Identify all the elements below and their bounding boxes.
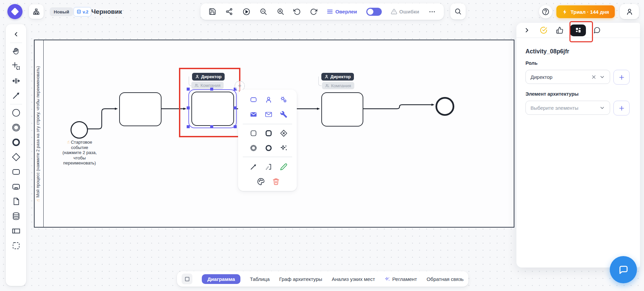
task-1[interactable] [119, 92, 162, 126]
color-picker-button[interactable] [255, 176, 267, 188]
main-toolbar: Оверлеи Ошибки [200, 3, 444, 20]
overlays-toggle[interactable] [366, 8, 382, 16]
people-icon [325, 84, 329, 88]
create-group-tool[interactable] [9, 238, 24, 253]
redo-button[interactable] [310, 8, 317, 15]
support-chat-button[interactable] [610, 256, 637, 283]
overlays-menu[interactable]: Оверлеи [327, 8, 357, 15]
end-event[interactable] [435, 97, 454, 116]
tab-validation[interactable] [538, 25, 549, 36]
collapse-panel-button[interactable] [521, 25, 533, 36]
trial-button[interactable]: Триал · 144 дня [556, 5, 615, 18]
tab-bottleneck-analysis[interactable]: Анализ узких мест [332, 276, 375, 282]
create-end-event-tool[interactable] [9, 135, 24, 150]
zoom-out-icon [260, 8, 267, 15]
create-data-store-tool[interactable] [9, 209, 24, 224]
zoom-out-button[interactable] [260, 8, 267, 15]
replace-with-task-button[interactable] [247, 127, 260, 139]
redo-icon [310, 8, 317, 15]
tab-comments[interactable] [591, 25, 603, 36]
lasso-tool[interactable] [9, 59, 24, 74]
role-select[interactable]: Директор [525, 70, 610, 84]
chevron-down-icon[interactable] [599, 74, 605, 80]
sitemap-icon [33, 8, 40, 15]
document-title[interactable]: Черновик [91, 8, 122, 15]
clear-icon[interactable] [591, 74, 597, 80]
version-badge[interactable]: v.2 [74, 7, 91, 16]
change-to-service-task-button[interactable] [278, 94, 290, 106]
start-event[interactable] [71, 121, 88, 139]
bpmn-editor-app: ☝ Мой процесс (нажмите 2 раза на эту стр… [0, 0, 644, 291]
panel-layout-button[interactable] [182, 274, 192, 284]
ai-suggest-button[interactable] [278, 142, 290, 154]
chevron-right-icon [524, 27, 530, 33]
diagram-list-button[interactable] [29, 4, 44, 19]
edit-label-button[interactable] [278, 161, 290, 173]
architecture-field-label: Элемент архитектуры [525, 91, 579, 97]
add-architecture-button[interactable] [613, 101, 630, 115]
profile-button[interactable] [620, 4, 639, 19]
change-to-task-button[interactable] [247, 94, 260, 106]
change-to-receive-task-button[interactable] [263, 108, 275, 120]
user-task-icon [265, 96, 273, 104]
replace-with-end-event-button[interactable] [263, 142, 275, 154]
replace-with-intermediate-event-button[interactable] [247, 142, 260, 154]
hand-icon [12, 47, 20, 56]
create-data-object-tool[interactable] [9, 194, 24, 209]
replace-with-gateway-button[interactable] [278, 127, 290, 139]
space-tool[interactable] [9, 74, 24, 88]
search-button[interactable] [450, 3, 466, 19]
global-connect-tool[interactable] [9, 88, 24, 103]
start-event-label[interactable]: ☝ Стартовое событие (нажмите 2 раза, что… [51, 140, 108, 166]
change-to-send-task-button[interactable] [247, 108, 260, 120]
gateway-icon [11, 152, 21, 162]
zoom-in-button[interactable] [277, 8, 284, 15]
chat-bubble-icon [618, 264, 629, 276]
create-intermediate-event-tool[interactable] [9, 120, 24, 135]
collapse-palette-button[interactable] [9, 27, 24, 42]
save-icon [209, 8, 216, 15]
create-start-event-tool[interactable] [9, 105, 24, 120]
create-task-tool[interactable] [9, 164, 24, 179]
change-to-user-task-button[interactable] [263, 94, 275, 106]
share-icon [225, 8, 233, 15]
hand-tool[interactable] [9, 44, 24, 59]
tab-approvals[interactable] [554, 25, 565, 36]
element-id-title: Activity_08p6jfr [525, 48, 569, 55]
tab-diagram[interactable]: Диаграмма [202, 274, 240, 284]
save-button[interactable] [209, 8, 216, 15]
replace-with-subprocess-button[interactable] [263, 127, 275, 139]
errors-indicator[interactable]: Ошибки [391, 8, 419, 15]
tab-regulation[interactable]: Регламент [384, 276, 417, 282]
tab-feedback[interactable]: Обратная связь [426, 276, 464, 282]
undo-button[interactable] [293, 8, 301, 15]
app-logo[interactable] [7, 4, 22, 19]
more-options-button[interactable] [428, 8, 436, 15]
role-badge-task3[interactable]: Директор [321, 73, 354, 81]
connect-tool-button[interactable] [247, 161, 260, 173]
tab-table[interactable]: Таблица [250, 276, 270, 282]
architecture-select[interactable]: Выберите элементы [525, 101, 610, 115]
tab-architecture-graph[interactable]: Граф архитектуры [279, 276, 322, 282]
create-gateway-tool[interactable] [9, 150, 24, 164]
database-icon [12, 212, 20, 221]
tab-attributes-active[interactable] [570, 25, 586, 36]
chevron-down-icon[interactable] [599, 105, 605, 111]
dashboard-grid-icon [575, 27, 582, 34]
task-icon [249, 96, 258, 104]
create-subprocess-tool[interactable] [9, 179, 24, 194]
play-button[interactable] [242, 8, 250, 16]
help-button[interactable] [539, 5, 552, 18]
pool-title-vertical[interactable]: ☝ Мой процесс (нажмите 2 раза на эту стр… [34, 48, 42, 220]
change-to-business-rule-button[interactable] [278, 108, 290, 120]
task-3[interactable] [321, 92, 363, 127]
unit-badge-task3[interactable]: Компания [322, 82, 354, 89]
delete-button[interactable] [270, 176, 282, 188]
envelope-filled-icon [249, 110, 258, 118]
add-role-button[interactable] [613, 70, 630, 85]
lightning-icon [562, 9, 568, 15]
sparkles-icon [384, 276, 390, 282]
text-annotation-button[interactable] [263, 161, 275, 173]
share-button[interactable] [225, 8, 233, 15]
create-participant-tool[interactable] [9, 224, 24, 238]
